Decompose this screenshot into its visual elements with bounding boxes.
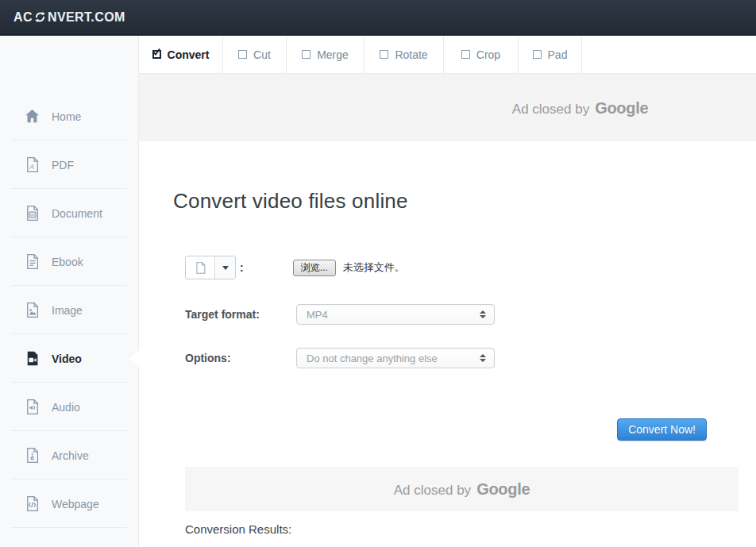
webpage-file-icon [23, 495, 41, 513]
browse-button[interactable]: 浏览... [293, 260, 336, 276]
active-item-arrow [129, 350, 139, 368]
sidebar-item-home[interactable]: Home [0, 92, 138, 141]
sidebar: Home A PDF W Document [0, 36, 139, 547]
tab-label: Merge [317, 48, 349, 61]
file-source-split-button[interactable] [185, 256, 236, 279]
target-format-select[interactable]: MP4 [296, 304, 495, 325]
google-logo: Google [476, 480, 530, 499]
sidebar-item-label: Archive [52, 449, 89, 462]
pdf-file-icon: A [23, 156, 41, 174]
image-file-icon [23, 301, 41, 319]
tab-label: Rotate [395, 48, 427, 61]
sidebar-item-label: Document [52, 207, 102, 220]
audio-file-icon [23, 398, 41, 416]
file-source-dropdown-button[interactable] [214, 256, 235, 279]
sidebar-item-label: Webpage [52, 498, 99, 510]
convert-form: : 浏览... 未选择文件。 Target format: MP4 Optio [185, 256, 756, 536]
file-row-colon: : [240, 261, 244, 274]
target-format-label: Target format: [185, 308, 296, 321]
home-icon [23, 107, 41, 125]
convert-arrows-icon [33, 10, 47, 24]
archive-file-icon [23, 446, 41, 464]
sidebar-item-archive[interactable]: Archive [0, 431, 138, 480]
tab-crop[interactable]: Crop [444, 36, 519, 73]
target-format-value: MP4 [307, 309, 328, 321]
options-value: Do not change anything else [307, 352, 438, 364]
sidebar-item-document[interactable]: W Document [0, 189, 138, 237]
file-picker-row: : 浏览... 未选择文件。 [185, 256, 756, 279]
sidebar-item-label: Image [52, 304, 83, 317]
tab-label: Cut [253, 48, 271, 61]
sidebar-item-label: Home [52, 110, 81, 123]
no-file-selected-text: 未选择文件。 [343, 260, 405, 275]
sidebar-item-pdf[interactable]: A PDF [0, 141, 138, 189]
sidebar-item-label: PDF [52, 159, 74, 171]
tab-pad[interactable]: Pad [519, 36, 582, 73]
top-ad-banner: Ad closed by Google [139, 74, 756, 141]
tab-convert[interactable]: Convert [139, 36, 223, 73]
ebook-file-icon [23, 252, 41, 271]
tab-label: Crop [476, 48, 500, 61]
logo-text-right: NVERT.COM [48, 10, 125, 25]
select-spinner-icon [480, 310, 486, 318]
tab-merge[interactable]: Merge [287, 36, 364, 73]
sidebar-item-label: Ebook [52, 256, 83, 268]
file-input-group: 浏览... 未选择文件。 [293, 260, 405, 276]
bottom-ad-banner: Ad closed by Google [185, 467, 739, 511]
page-title: Convert video files online [173, 189, 756, 213]
conversion-results-label: Conversion Results: [185, 522, 756, 536]
site-logo[interactable]: AC NVERT.COM [14, 10, 125, 25]
unchecked-checkbox-icon [238, 50, 247, 59]
options-select[interactable]: Do not change anything else [296, 348, 495, 368]
sidebar-item-label: Audio [52, 401, 80, 414]
content: Convert video files online : [139, 189, 756, 536]
ad-closed-text: Ad closed by Google [512, 98, 648, 117]
google-logo: Google [595, 98, 648, 117]
sidebar-item-ebook[interactable]: Ebook [0, 237, 138, 286]
ad-closed-label: Ad closed by [512, 101, 589, 117]
file-source-button[interactable] [186, 256, 214, 279]
tab-rotate[interactable]: Rotate [364, 36, 444, 73]
sidebar-item-audio[interactable]: Audio [0, 383, 138, 431]
target-format-row: Target format: MP4 [185, 304, 756, 325]
unchecked-checkbox-icon [461, 50, 470, 59]
tab-label: Convert [168, 48, 210, 61]
sidebar-item-image[interactable]: Image [0, 286, 138, 334]
convert-now-button[interactable]: Convert Now! [617, 418, 707, 441]
logo-text-left: AC [14, 10, 33, 25]
main-area: Convert Cut Merge Rotate Crop Pad Ad clo… [139, 36, 756, 547]
tool-tabs: Convert Cut Merge Rotate Crop Pad [139, 36, 756, 74]
ad-closed-label: Ad closed by [394, 483, 471, 499]
sidebar-item-label: Video [52, 352, 82, 365]
unchecked-checkbox-icon [533, 50, 542, 59]
unchecked-checkbox-icon [380, 50, 388, 59]
sidebar-item-video[interactable]: Video [0, 334, 138, 383]
video-file-icon [23, 349, 41, 368]
word-document-icon: W [23, 204, 41, 222]
file-icon [194, 260, 207, 275]
select-spinner-icon [480, 354, 486, 362]
button-row: Convert Now! [185, 418, 739, 441]
svg-text:W: W [30, 212, 35, 218]
ad-closed-text: Ad closed by Google [394, 480, 530, 499]
tab-cut[interactable]: Cut [223, 36, 287, 73]
tab-label: Pad [548, 48, 568, 61]
options-row: Options: Do not change anything else [185, 348, 756, 368]
sidebar-item-webpage[interactable]: Webpage [0, 480, 138, 528]
checked-checkbox-icon [152, 50, 161, 59]
options-label: Options: [185, 352, 296, 364]
sidebar-nav: Home A PDF W Document [0, 36, 138, 528]
svg-text:A: A [29, 163, 34, 171]
unchecked-checkbox-icon [302, 50, 310, 59]
app-header: AC NVERT.COM [0, 0, 756, 36]
caret-down-icon [222, 266, 229, 270]
